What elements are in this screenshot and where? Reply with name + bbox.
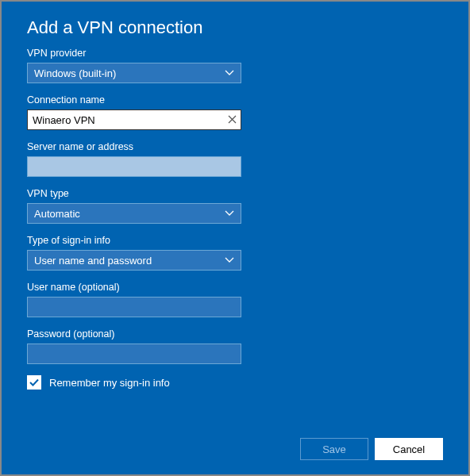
page-title: Add a VPN connection (27, 17, 443, 38)
label-password: Password (optional) (27, 328, 443, 340)
clear-icon[interactable] (228, 114, 237, 125)
input-server[interactable] (27, 156, 241, 177)
chevron-down-icon (225, 70, 234, 76)
field-vpn-type: VPN type Automatic (27, 188, 443, 224)
label-connection-name: Connection name (27, 94, 443, 106)
field-server: Server name or address (27, 141, 443, 177)
select-vpn-type-value: Automatic (34, 208, 80, 220)
save-button: Save (300, 438, 368, 460)
vpn-form: VPN provider Windows (built-in) Connecti… (27, 48, 443, 438)
checkbox-remember[interactable] (27, 375, 41, 390)
field-vpn-provider: VPN provider Windows (built-in) (27, 48, 443, 83)
input-connection-name[interactable] (27, 109, 241, 130)
select-vpn-type[interactable]: Automatic (27, 203, 241, 224)
select-vpn-provider[interactable]: Windows (built-in) (27, 63, 241, 83)
field-username: User name (optional) (27, 282, 443, 317)
label-server: Server name or address (27, 141, 443, 152)
select-vpn-provider-value: Windows (built-in) (34, 67, 116, 79)
input-password[interactable] (27, 344, 241, 364)
cancel-button[interactable]: Cancel (375, 438, 443, 460)
button-row: Save Cancel (27, 438, 443, 460)
field-password: Password (optional) (27, 328, 443, 364)
field-signin-type: Type of sign-in info User name and passw… (27, 235, 443, 271)
select-signin-type[interactable]: User name and password (27, 250, 241, 271)
select-signin-type-value: User name and password (34, 255, 152, 267)
chevron-down-icon (225, 210, 234, 217)
label-remember: Remember my sign-in info (49, 377, 170, 389)
input-username[interactable] (27, 297, 241, 317)
chevron-down-icon (225, 257, 234, 263)
field-connection-name: Connection name (27, 94, 443, 130)
label-signin-type: Type of sign-in info (27, 235, 443, 246)
label-vpn-provider: VPN provider (27, 48, 443, 59)
label-username: User name (optional) (27, 282, 443, 293)
add-vpn-window: Add a VPN connection VPN provider Window… (2, 2, 468, 474)
label-vpn-type: VPN type (27, 188, 443, 199)
row-remember: Remember my sign-in info (27, 375, 443, 390)
